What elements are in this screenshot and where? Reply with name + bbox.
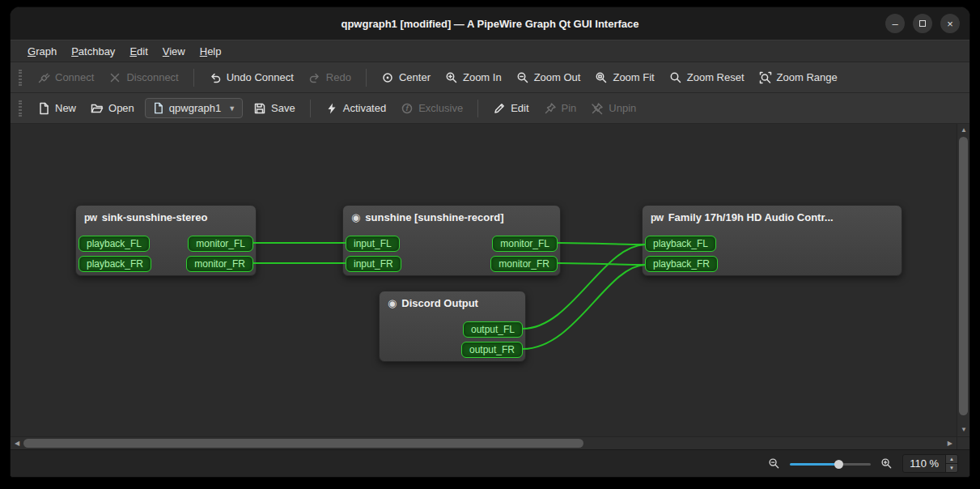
spin-up-arrow[interactable]: ▲ (946, 455, 957, 463)
window-controls: – × (885, 14, 960, 33)
port-playback-fl[interactable]: playback_FL (78, 236, 150, 252)
patchbay-file-combo[interactable]: qpwgraph1 ▼ (145, 98, 243, 118)
graph-canvas[interactable]: pw sink-sunshine-stereo playback_FL moni… (11, 124, 957, 436)
port-monitor-fl[interactable]: monitor_FL (188, 236, 253, 252)
exclusive-button[interactable]: f Exclusive (393, 98, 470, 119)
undo-connect-button[interactable]: Undo Connect (202, 67, 301, 88)
zoom-reset-button[interactable]: Zoom Reset (662, 67, 752, 88)
statusbar: 110 % ▲ ▼ (11, 449, 969, 477)
port-input-fl[interactable]: input_FL (346, 236, 400, 252)
vertical-scrollbar[interactable]: ▲ ▼ (957, 124, 969, 436)
vertical-scrollbar-thumb[interactable] (959, 137, 968, 415)
new-button[interactable]: New (30, 98, 83, 119)
toolbar-separator (310, 100, 311, 117)
titlebar: qpwgraph1 [modified] — A PipeWire Graph … (11, 7, 969, 40)
chevron-down-icon: ▼ (228, 104, 235, 113)
spin-down-arrow[interactable]: ▼ (946, 463, 957, 472)
zoom-in-icon (445, 71, 458, 84)
menu-patchbay[interactable]: Patchbay (64, 42, 122, 61)
zoom-range-icon (759, 71, 772, 84)
connect-icon (37, 71, 50, 84)
scroll-up-arrow[interactable]: ▲ (961, 127, 967, 134)
pin-icon (544, 102, 557, 115)
save-button[interactable]: Save (246, 98, 303, 119)
zoom-out-icon (516, 71, 529, 84)
minimize-button[interactable]: – (885, 14, 905, 33)
zoom-slider-track (840, 463, 871, 466)
zoom-in-icon[interactable] (880, 457, 893, 470)
open-button[interactable]: Open (83, 98, 142, 119)
zoom-fit-icon (595, 71, 608, 84)
node-title: Discord Output (401, 297, 478, 309)
app-window: qpwgraph1 [modified] — A PipeWire Graph … (10, 6, 970, 478)
zoom-spinbox[interactable]: 110 % ▲ ▼ (902, 454, 958, 473)
scroll-down-arrow[interactable]: ▼ (961, 427, 967, 433)
redo-icon (308, 71, 321, 84)
toolbar-separator (193, 69, 194, 87)
center-icon (381, 71, 394, 84)
port-monitor-fr[interactable]: monitor_FR (186, 256, 253, 272)
maximize-button[interactable] (913, 14, 932, 33)
disconnect-icon (108, 71, 121, 84)
zoom-slider-fill (790, 463, 837, 466)
scroll-right-arrow[interactable]: ▶ (948, 440, 952, 447)
node-title: Family 17h/19h HD Audio Contr... (668, 211, 834, 223)
center-button[interactable]: Center (374, 67, 438, 88)
zoom-out-icon[interactable] (768, 457, 780, 470)
zoom-range-button[interactable]: Zoom Range (752, 67, 845, 88)
menu-help[interactable]: Help (193, 42, 229, 61)
graph-view: pw sink-sunshine-stereo playback_FL moni… (11, 124, 969, 449)
connection-wire[interactable] (558, 263, 645, 265)
scroll-left-arrow[interactable]: ◀ (15, 440, 19, 447)
window-title: qpwgraph1 [modified] — A PipeWire Graph … (341, 18, 638, 30)
activated-button[interactable]: Activated (318, 98, 393, 119)
zoom-slider[interactable] (790, 457, 871, 470)
redo-button[interactable]: Redo (301, 67, 358, 88)
zoom-out-button[interactable]: Zoom Out (509, 67, 588, 88)
port-monitor-fl[interactable]: monitor_FL (492, 236, 558, 252)
port-input-fr[interactable]: input_FR (346, 256, 401, 272)
connection-wire[interactable] (523, 265, 645, 349)
menu-graph[interactable]: Graph (20, 42, 64, 61)
port-playback-fr[interactable]: playback_FR (78, 256, 151, 272)
connection-wire[interactable] (558, 243, 645, 244)
pipewire-icon: pw (651, 212, 664, 223)
toolbar-drag-handle[interactable] (19, 100, 22, 117)
zoom-in-button[interactable]: Zoom In (438, 67, 509, 88)
pipewire-icon: pw (84, 212, 97, 223)
maximize-icon (919, 20, 926, 27)
port-playback-fl[interactable]: playback_FL (645, 236, 716, 252)
connect-button[interactable]: Connect (30, 67, 101, 88)
edit-button[interactable]: Edit (486, 98, 536, 119)
menu-view[interactable]: View (155, 42, 193, 61)
node-sunshine[interactable]: ◉ sunshine [sunshine-record] input_FL mo… (342, 205, 561, 276)
unpin-icon (591, 102, 604, 115)
zoom-slider-handle[interactable] (834, 460, 843, 469)
activated-icon (325, 102, 338, 115)
port-output-fr[interactable]: output_FR (461, 342, 523, 358)
port-output-fl[interactable]: output_FL (463, 321, 523, 338)
record-icon: ◉ (351, 212, 360, 223)
toolbar-separator (366, 69, 367, 87)
toolbar-file: New Open qpwgraph1 ▼ Save Activated f Ex… (11, 93, 969, 124)
connections-layer (11, 124, 957, 436)
toolbar-drag-handle[interactable] (19, 70, 22, 86)
node-family-hd-audio[interactable]: pw Family 17h/19h HD Audio Contr... play… (642, 205, 902, 276)
menu-edit[interactable]: Edit (122, 42, 155, 61)
horizontal-scrollbar[interactable]: ◀ ▶ (11, 436, 957, 449)
node-title: sunshine [sunshine-record] (365, 211, 503, 223)
unpin-button[interactable]: Unpin (583, 98, 643, 119)
close-button[interactable]: × (940, 14, 960, 33)
horizontal-scrollbar-thumb[interactable] (23, 439, 583, 448)
menubar: Graph Patchbay Edit View Help (11, 40, 969, 62)
port-playback-fr[interactable]: playback_FR (645, 256, 718, 272)
patchbay-file-icon (152, 102, 164, 114)
toolbar-main: Connect Disconnect Undo Connect Redo Cen… (11, 62, 969, 93)
disconnect-button[interactable]: Disconnect (101, 67, 185, 88)
node-sink-sunshine-stereo[interactable]: pw sink-sunshine-stereo playback_FL moni… (75, 205, 257, 276)
node-discord-output[interactable]: ◉ Discord Output output_FL output_FR (379, 291, 526, 362)
port-monitor-fr[interactable]: monitor_FR (490, 256, 558, 272)
zoom-fit-button[interactable]: Zoom Fit (588, 67, 661, 88)
pin-button[interactable]: Pin (537, 98, 584, 119)
new-file-icon (37, 102, 50, 115)
